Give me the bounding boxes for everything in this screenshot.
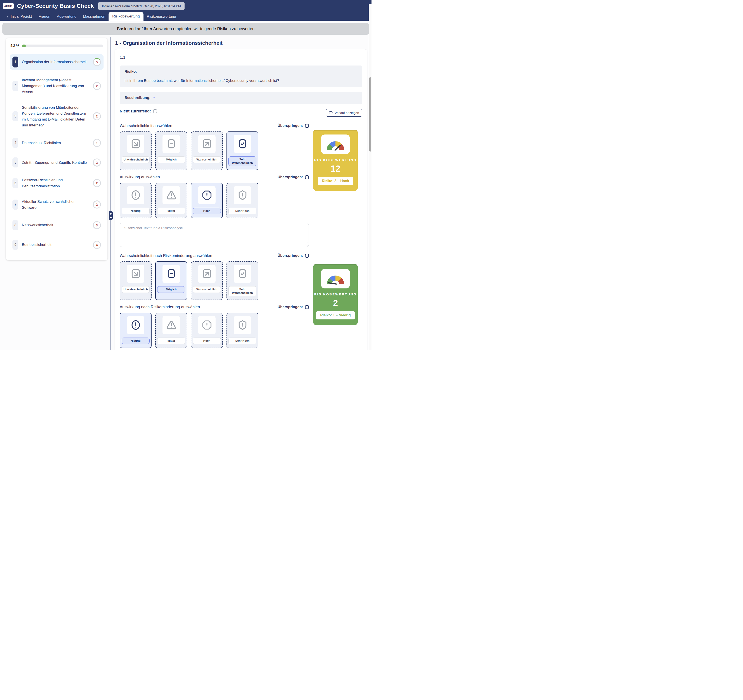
tab-back-initial-projekt[interactable]: Initial Projekt xyxy=(3,12,35,21)
impact-after-options: Niedrig Mittel Hoch xyxy=(120,313,309,348)
option-sehr-hoch[interactable]: Sehr Hoch xyxy=(226,313,258,348)
section-title: 1 - Organisation der Informationssicherh… xyxy=(115,40,367,46)
square-arrow-down-right-icon xyxy=(127,135,144,153)
scrollbar-thumb[interactable] xyxy=(369,77,371,151)
sidebar-item-3[interactable]: 3 Sensibilisierung von Mitarbeitenden, K… xyxy=(10,102,104,130)
recommendation-banner: Basierend auf Ihrer Antworten empfehlen … xyxy=(2,23,369,35)
option-label: Sehr Hoch xyxy=(228,337,256,344)
chevron-left-icon xyxy=(6,15,9,18)
sidebar-item-2[interactable]: 2 Inventar Management (Assest Management… xyxy=(10,75,104,97)
likelihood-title: Wahrscheinlichkeit auswählen xyxy=(120,124,172,128)
item-label: Datenschutz-Richtlinien xyxy=(22,140,89,146)
option-label: Niedrig xyxy=(121,208,149,214)
option-moeglich[interactable]: Möglich xyxy=(155,132,187,170)
sidebar-item-4[interactable]: 4 Datenschutz-Richtlinien 1 xyxy=(10,136,104,150)
option-hoch[interactable]: Hoch xyxy=(191,313,223,348)
option-label: Hoch xyxy=(193,337,221,344)
risk-after-section: Wahrscheinlichkeit nach Risikominderung … xyxy=(120,252,362,350)
item-label: Aktueller Schutz vor schädlicher Softwar… xyxy=(22,199,89,210)
sidebar-item-8[interactable]: 8 Netzwerksicherheit 3 xyxy=(10,218,104,232)
sidebar-card: 4.3 % 1 Organisation der Informationssic… xyxy=(6,38,108,260)
item-number: 6 xyxy=(12,178,18,188)
option-wahrscheinlich[interactable]: Wahrscheinlich xyxy=(191,261,223,300)
item-number: 7 xyxy=(12,200,18,210)
likelihood-after-options: Unwahrscheinlich Möglich Wahrscheinlich xyxy=(120,261,309,300)
item-label: Zutritt-, Zugangs- und Zugriffs-Kontroll… xyxy=(22,160,89,166)
rating-pill: Risiko: 3 – Hoch xyxy=(318,177,353,185)
category-sidebar: 4.3 % 1 Organisation der Informationssic… xyxy=(0,37,108,260)
tab-auswertung[interactable]: Auswertung xyxy=(53,12,80,21)
option-niedrig[interactable]: Niedrig xyxy=(120,183,152,218)
option-hoch[interactable]: Hoch xyxy=(191,183,223,218)
progress-bar xyxy=(22,44,103,47)
skip-impact-after-checkbox[interactable] xyxy=(305,305,309,309)
option-sehr-hoch[interactable]: Sehr Hoch xyxy=(226,183,258,218)
option-label: Sehr Hoch xyxy=(228,208,256,214)
sidebar-item-1[interactable]: 1 Organisation der Informationssicherhei… xyxy=(10,54,104,70)
window-scrollbar xyxy=(369,4,372,350)
tab-fragen[interactable]: Fragen xyxy=(35,12,53,21)
content-area: 4.3 % 1 Organisation der Informationssic… xyxy=(0,37,372,350)
square-arrow-down-right-icon xyxy=(127,265,144,283)
item-count-badge: 5 xyxy=(93,58,101,66)
sidebar-item-5[interactable]: 5 Zutritt-, Zugangs- und Zugriffs-Kontro… xyxy=(10,155,104,170)
gauge-icon xyxy=(321,269,350,289)
item-count-badge: 1 xyxy=(93,139,101,147)
option-sehr-wahrscheinlich[interactable]: Sehr Wahrscheinlich xyxy=(226,261,258,300)
app-header: #CSB Cyber-Security Basis Check Initial … xyxy=(0,0,372,12)
option-label: Unwahrscheinlich xyxy=(121,156,149,163)
progress-row: 4.3 % xyxy=(10,44,103,48)
option-niedrig[interactable]: Niedrig xyxy=(120,313,152,348)
option-moeglich[interactable]: Möglich xyxy=(155,261,187,300)
item-count-badge: 2 xyxy=(93,158,101,167)
impact-after-title: Auswirkung nach Risikominderung auswähle… xyxy=(120,305,200,309)
rating-label: RISIKOBEWERTUNG xyxy=(314,158,357,162)
rating-before-column: RISIKOBEWERTUNG 12 Risiko: 3 – Hoch xyxy=(309,122,362,251)
option-unwahrscheinlich[interactable]: Unwahrscheinlich xyxy=(120,132,152,170)
tab-risikoauswertung[interactable]: Risikoauswertung xyxy=(144,12,179,21)
skip-impact-checkbox[interactable] xyxy=(305,175,309,179)
option-wahrscheinlich[interactable]: Wahrscheinlich xyxy=(191,132,223,170)
item-label: Netzwerksicherheit xyxy=(22,222,89,228)
option-label: Niedrig xyxy=(121,337,149,344)
item-count-badge: 2 xyxy=(93,82,101,90)
triangle-alert-icon xyxy=(163,186,180,204)
risk-box: Risiko: Ist in Ihrem Betrieb bestimmt, w… xyxy=(120,65,362,87)
tab-label: Risikoauswertung xyxy=(147,15,176,19)
not-applicable-label: Nicht zutreffend: xyxy=(120,109,151,114)
option-label: Möglich xyxy=(157,286,185,293)
option-label: Wahrscheinlich xyxy=(193,286,221,293)
analysis-textarea[interactable] xyxy=(120,223,309,247)
rating-label: RISIKOBEWERTUNG xyxy=(314,292,357,296)
description-toggle[interactable]: Beschreibung: xyxy=(120,92,362,104)
option-label: Mittel xyxy=(157,208,185,214)
option-mittel[interactable]: Mittel xyxy=(155,183,187,218)
option-sehr-wahrscheinlich[interactable]: Sehr Wahrscheinlich xyxy=(226,132,258,170)
not-applicable-checkbox[interactable] xyxy=(153,110,157,113)
sidebar-item-6[interactable]: 6 Passwort-Richtlinien und Benutzeradmin… xyxy=(10,175,104,191)
tab-label: Massnahmen xyxy=(83,15,105,19)
main-tab-bar: Initial Projekt Fragen Auswertung Massna… xyxy=(0,12,372,21)
sidebar-item-7[interactable]: 7 Aktueller Schutz vor schädlicher Softw… xyxy=(10,197,104,213)
tab-massnahmen[interactable]: Massnahmen xyxy=(80,12,108,21)
option-mittel[interactable]: Mittel xyxy=(155,313,187,348)
option-unwahrscheinlich[interactable]: Unwahrscheinlich xyxy=(120,261,152,300)
skip-likelihood-after-checkbox[interactable] xyxy=(305,254,309,258)
history-icon xyxy=(329,111,333,115)
item-label: Betriebssicherheit xyxy=(22,242,89,248)
app-window: #CSB Cyber-Security Basis Check Initial … xyxy=(0,0,372,350)
show-history-button[interactable]: Verlauf anzeigen xyxy=(326,109,362,117)
tab-label: Risikobewertung xyxy=(112,14,140,19)
option-label: Mittel xyxy=(157,337,185,344)
app-title: Cyber-Security Basis Check xyxy=(17,3,94,9)
item-number: 2 xyxy=(12,81,18,91)
octagon-alert-icon xyxy=(198,186,216,204)
question-number: 1.1 xyxy=(120,55,362,60)
splitter-drag-handle[interactable] xyxy=(109,211,113,220)
item-count-badge: 4 xyxy=(93,241,101,249)
risk-before-section: Wahrscheinlichkeit auswählen Überspringe… xyxy=(120,122,362,251)
item-number: 9 xyxy=(12,240,18,250)
skip-likelihood-checkbox[interactable] xyxy=(305,124,309,128)
sidebar-item-9[interactable]: 9 Betriebssicherheit 4 xyxy=(10,238,104,252)
tab-risikobewertung[interactable]: Risikobewertung xyxy=(108,12,144,21)
